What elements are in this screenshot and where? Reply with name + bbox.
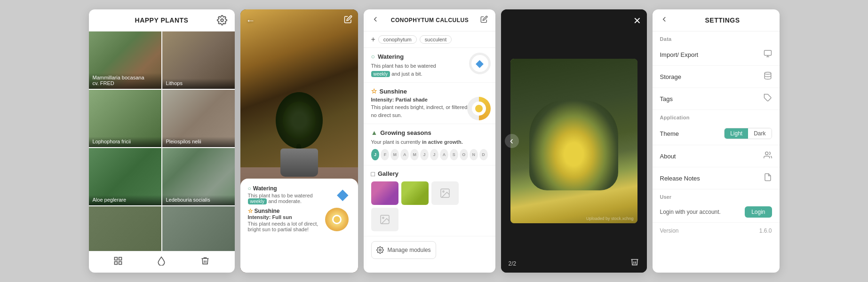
aeonium-photo-container: ← Aeonium arboreum + Bedroom Living room…	[240, 9, 358, 273]
month-j2: J	[420, 149, 429, 160]
theme-toggle[interactable]: Light Dark	[724, 128, 772, 139]
plant-name-ledebouria: Ledebouria socialis	[162, 195, 235, 205]
month-n: N	[470, 149, 478, 160]
gallery-thumb-empty-2[interactable]	[371, 208, 398, 231]
panel-happy-plants: HAPPY PLANTS Mammillaria bocasanacv. FRE…	[89, 9, 235, 273]
sun-ring-detail	[467, 97, 491, 120]
edit-detail-icon[interactable]	[480, 16, 488, 25]
panel1-title: HAPPY PLANTS	[135, 16, 189, 24]
svg-rect-4	[119, 262, 121, 265]
back-settings-icon[interactable]	[660, 15, 669, 25]
plant-cell-partial2[interactable]	[162, 206, 235, 251]
plant-cell-partial1[interactable]	[89, 206, 161, 251]
import-export-row[interactable]: Import/ Export	[653, 44, 780, 66]
plant-cell-lithops[interactable]: Lithops	[162, 31, 235, 89]
add-tag-icon[interactable]: +	[371, 35, 375, 44]
prev-photo-icon[interactable]: ‹	[505, 134, 519, 148]
plant-cell-lophophora[interactable]: Lophophora fricii	[89, 90, 161, 147]
panel2-sunshine-section: ✫ Sunshine Intensity: Full sun This plan…	[248, 208, 350, 232]
tags-row[interactable]: Tags	[653, 88, 780, 110]
panel1-footer	[89, 251, 235, 273]
storage-row[interactable]: Storage	[653, 66, 780, 88]
detail-plant-title: CONOPHYTUM CALCULUS	[384, 17, 476, 24]
release-notes-icon	[764, 173, 772, 183]
uploaded-label: Uploaded by stock.xchng	[586, 216, 634, 221]
about-row[interactable]: About	[653, 145, 780, 167]
growing-status: in active growth.	[422, 139, 463, 145]
delete-photo-icon[interactable]	[630, 257, 639, 269]
manage-modules-button[interactable]: Manage modules	[371, 241, 436, 259]
close-viewer-icon[interactable]: ✕	[633, 15, 641, 26]
growing-desc: Your plant is currently in active growth…	[371, 138, 488, 146]
edit-icon[interactable]	[344, 15, 352, 26]
plant-cell-mammillaria[interactable]: Mammillaria bocasanacv. FRED	[89, 31, 161, 89]
detail-sunshine: ✫ Sunshine Intensity: Partial shade This…	[364, 83, 495, 124]
plant-name-lophophora: Lophophora fricii	[89, 137, 161, 147]
gallery-thumb-1[interactable]	[371, 181, 398, 205]
panel2-watering-desc: This plant has to be watered weekly and …	[248, 193, 322, 204]
weekly-freq-badge: weekly	[371, 71, 390, 77]
release-notes-row[interactable]: Release Notes	[653, 167, 780, 189]
settings-body: Data Import/ Export Storage Tags	[653, 31, 780, 273]
delete-footer-icon[interactable]	[200, 256, 210, 268]
svg-point-0	[221, 19, 223, 22]
svg-rect-10	[764, 50, 771, 55]
login-text: Login with your account.	[660, 209, 745, 215]
manage-modules-label: Manage modules	[388, 247, 431, 253]
storage-icon	[764, 71, 772, 82]
panel2-care-section: ○ Watering This plant has to be watered …	[240, 179, 358, 273]
gallery-thumb-2[interactable]	[401, 181, 429, 205]
detail-body: ○ Watering This plant has to be watered …	[364, 48, 495, 273]
plant-cell-aloe[interactable]: Aloe peglerare	[89, 148, 161, 205]
sun-icon: ✫	[371, 87, 377, 95]
theme-label: Theme	[660, 130, 725, 137]
tags-label: Tags	[660, 95, 764, 102]
theme-dark-button[interactable]: Dark	[748, 128, 771, 139]
plant-cell-ledebouria[interactable]: Ledebouria socialis	[162, 148, 235, 205]
panel-aeonium: ← Aeonium arboreum + Bedroom Living room…	[240, 9, 358, 273]
gallery-label: Gallery	[378, 170, 398, 177]
tag-succulent[interactable]: succulent	[420, 35, 452, 44]
month-a2: A	[440, 149, 448, 160]
aeonium-photo-top	[240, 9, 358, 167]
growing-label: Growing seasons	[380, 129, 431, 136]
gallery-thumb-empty-1[interactable]	[431, 181, 459, 205]
import-export-icon	[764, 49, 772, 60]
grow-icon: ▲	[371, 129, 378, 136]
plant-cell-pleiospilos[interactable]: Pleiospilos nelii	[162, 90, 235, 147]
main-container: HAPPY PLANTS Mammillaria bocasanacv. FRE…	[0, 0, 868, 282]
sunshine-label: Sunshine	[380, 88, 407, 95]
gallery-grid	[371, 181, 488, 231]
svg-rect-3	[114, 262, 117, 265]
back-arrow-icon[interactable]	[371, 15, 380, 25]
tag-conophytum[interactable]: conophytum	[378, 35, 417, 44]
panel-settings: SETTINGS Data Import/ Export Storage	[653, 9, 780, 273]
settings-title: SETTINGS	[673, 16, 772, 24]
panel2-watering-title: ○ Watering	[248, 185, 322, 192]
panel1-header: HAPPY PLANTS	[89, 9, 235, 31]
month-j: J	[371, 149, 380, 160]
login-button[interactable]: Login	[745, 206, 772, 218]
plant-name-mammillaria: Mammillaria bocasanacv. FRED	[89, 73, 161, 89]
flowers-overlay	[529, 100, 618, 191]
detail-growing: ▲ Growing seasons Your plant is currentl…	[364, 124, 495, 165]
user-section: User	[653, 189, 780, 202]
detail-gallery: □ Gallery	[364, 165, 495, 236]
back-icon[interactable]: ←	[246, 15, 255, 26]
theme-light-button[interactable]: Light	[725, 128, 748, 139]
sun-ring-inner	[472, 102, 486, 116]
grid-view-icon[interactable]	[113, 256, 123, 268]
settings-icon[interactable]	[217, 15, 227, 25]
application-section-label: Application	[653, 110, 780, 122]
about-icon	[764, 151, 772, 161]
photo-counter: 2/2	[509, 260, 517, 267]
version-value: 1.6.0	[759, 227, 772, 234]
water-drop-footer-icon[interactable]	[157, 256, 166, 268]
detail-sunshine-header: ✫ Sunshine	[371, 87, 488, 95]
watering-label: Watering	[378, 53, 404, 60]
month-f: F	[381, 149, 389, 160]
import-export-label: Import/ Export	[660, 51, 764, 58]
gallery-icon: □	[371, 170, 375, 178]
sun-dot	[475, 105, 483, 112]
month-d: D	[479, 149, 488, 160]
